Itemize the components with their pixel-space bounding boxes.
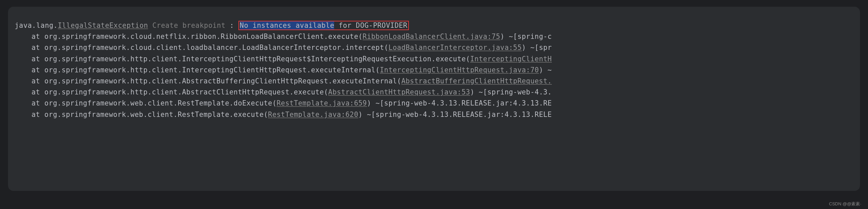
watermark-text: CSDN @@素素· [829, 201, 861, 207]
source-location-link[interactable]: InterceptingClientH [470, 55, 552, 63]
frame-method: org.springframework.http.client.Abstract… [44, 77, 402, 85]
stack-frame-line: at org.springframework.cloud.netflix.rib… [15, 31, 853, 42]
stack-frame-line: at org.springframework.http.client.Abstr… [15, 87, 853, 98]
error-highlight-box: No instances available for DOG-PROVIDER [239, 21, 409, 30]
source-location-link[interactable]: AbstractBufferingClientHttpRequest. [401, 77, 552, 85]
error-message-rest: for DOG-PROVIDER [334, 22, 407, 29]
at-keyword: at [31, 77, 44, 85]
source-location-link[interactable]: AbstractClientHttpRequest.java:53 [328, 88, 470, 96]
frame-method: org.springframework.cloud.netflix.ribbon… [44, 32, 363, 40]
console-output: java.lang.IllegalStateException Create b… [8, 7, 860, 191]
stack-frame-line: at org.springframework.cloud.client.load… [15, 42, 853, 53]
stack-frame-line: at org.springframework.http.client.Inter… [15, 54, 853, 65]
at-keyword: at [31, 88, 44, 96]
jar-info-text: ) ~[spring-web-4.3.13.RELEASE.jar:4.3.13… [358, 111, 552, 119]
jar-info-text: ) ~[spring-web-4.3.13.RELEASE.jar:4.3.13… [367, 99, 552, 107]
source-location-link[interactable]: InterceptingClientHttpRequest.java:70 [380, 66, 539, 74]
exception-class-link[interactable]: IllegalStateException [58, 22, 148, 29]
jar-info-text: ) ~ [539, 66, 552, 74]
source-location-link[interactable]: LoadBalancerInterceptor.java:55 [389, 43, 522, 52]
selected-error-text: No instances available [240, 22, 335, 29]
colon-separator: : [225, 22, 239, 29]
frame-method: org.springframework.cloud.client.loadbal… [44, 43, 389, 52]
frame-method: org.springframework.web.client.RestTempl… [44, 99, 277, 107]
at-keyword: at [31, 55, 44, 63]
frame-method: org.springframework.http.client.Intercep… [44, 66, 380, 74]
at-keyword: at [31, 32, 44, 40]
stack-frame-line: at org.springframework.web.client.RestTe… [15, 109, 853, 120]
source-location-link[interactable]: RibbonLoadBalancerClient.java:75 [363, 32, 500, 40]
create-breakpoint-hint[interactable]: Create breakpoint [148, 22, 225, 29]
jar-info-text: ) ~[spring-c [500, 32, 552, 40]
frame-method: org.springframework.http.client.Intercep… [44, 55, 470, 63]
source-location-link[interactable]: RestTemplate.java:659 [277, 99, 367, 107]
frame-method: org.springframework.http.client.Abstract… [44, 88, 329, 96]
stack-frame-line: at org.springframework.http.client.Abstr… [15, 76, 853, 87]
jar-info-text: ) ~[spr [522, 43, 552, 52]
source-location-link[interactable]: RestTemplate.java:620 [268, 111, 358, 119]
stack-frame-line: at org.springframework.web.client.RestTe… [15, 98, 853, 109]
frame-method: org.springframework.web.client.RestTempl… [44, 111, 268, 119]
exception-package: java.lang. [15, 22, 58, 29]
at-keyword: at [31, 99, 44, 107]
at-keyword: at [31, 43, 44, 52]
at-keyword: at [31, 111, 44, 119]
jar-info-text: ) ~[spring-web-4.3. [470, 88, 552, 96]
at-keyword: at [31, 66, 44, 74]
stack-frame-line: at org.springframework.http.client.Inter… [15, 65, 853, 76]
exception-line: java.lang.IllegalStateException Create b… [15, 20, 853, 31]
